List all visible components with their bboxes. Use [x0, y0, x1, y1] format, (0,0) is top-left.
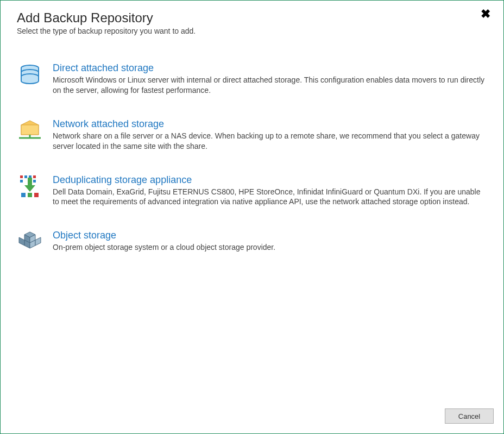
svg-rect-10: [20, 180, 23, 183]
option-text: Direct attached storage Microsoft Window…: [53, 62, 487, 96]
disk-stack-icon: [17, 62, 43, 89]
dialog-title: Add Backup Repository: [17, 10, 487, 26]
dialog-subtitle: Select the type of backup repository you…: [17, 27, 487, 35]
option-object-storage[interactable]: Object storage On-prem object storage sy…: [17, 230, 487, 256]
svg-rect-3: [21, 125, 39, 135]
option-title: Object storage: [53, 230, 487, 241]
cancel-button[interactable]: Cancel: [445, 408, 494, 424]
option-description: Dell Data Domain, ExaGrid, Fujitsu ETERN…: [53, 187, 487, 207]
svg-rect-7: [24, 175, 27, 178]
option-text: Network attached storage Network share o…: [53, 118, 487, 152]
svg-rect-12: [21, 193, 26, 197]
svg-rect-14: [34, 193, 39, 197]
svg-rect-9: [33, 175, 36, 178]
svg-rect-11: [33, 180, 36, 183]
option-network-attached-storage[interactable]: Network attached storage Network share o…: [17, 118, 487, 152]
option-description: Microsoft Windows or Linux server with i…: [53, 75, 487, 96]
network-share-icon: [17, 118, 43, 144]
options-list: Direct attached storage Microsoft Window…: [1, 35, 503, 402]
svg-rect-13: [28, 193, 32, 197]
option-title: Deduplicating storage appliance: [53, 174, 487, 186]
dedup-appliance-icon: [17, 174, 43, 200]
option-description: On-prem object storage system or a cloud…: [53, 242, 487, 253]
dialog-footer: Cancel: [1, 402, 503, 433]
dialog-header: Add Backup Repository Select the type of…: [1, 1, 503, 35]
option-description: Network share on a file server or a NAS …: [53, 131, 487, 152]
option-direct-attached-storage[interactable]: Direct attached storage Microsoft Window…: [17, 62, 487, 96]
option-deduplicating-storage-appliance[interactable]: Deduplicating storage appliance Dell Dat…: [17, 174, 487, 207]
add-backup-repository-dialog: ✖ Add Backup Repository Select the type …: [0, 0, 504, 434]
object-storage-icon: [17, 230, 43, 256]
option-text: Deduplicating storage appliance Dell Dat…: [53, 174, 487, 207]
option-title: Network attached storage: [53, 118, 487, 130]
option-text: Object storage On-prem object storage sy…: [53, 230, 487, 253]
option-title: Direct attached storage: [53, 62, 487, 74]
svg-rect-6: [20, 175, 23, 178]
